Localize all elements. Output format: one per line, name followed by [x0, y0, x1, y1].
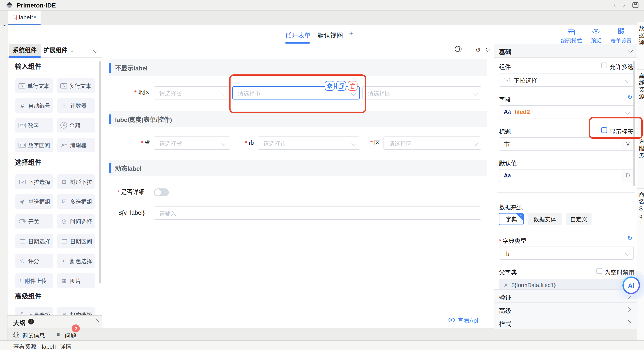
file-tab-label[interactable]: label* ×	[8, 10, 40, 25]
component-type-select[interactable]: 下拉选择	[499, 74, 634, 87]
status-text: 查看资源「label」详情	[13, 342, 71, 350]
palette-item-label: 时间选择	[70, 217, 92, 225]
palette-item-number-range[interactable]: 1~3 数字区间	[15, 138, 53, 152]
palette-item-auto-number[interactable]: # 自动编号	[15, 98, 53, 113]
debug-info-button[interactable]: 调试信息	[22, 331, 45, 340]
palette-item-color-picker[interactable]: ◐ 颜色选择	[57, 254, 95, 268]
palette-item-editor[interactable]: A≡ 编辑器	[57, 138, 95, 152]
section-title: label宽度(表单/控件)	[115, 115, 172, 124]
chevron-down-icon[interactable]	[93, 48, 98, 53]
chevron-down-icon	[628, 48, 634, 53]
palette-item-attachment-upload[interactable]: ↑ 附件上传	[15, 273, 53, 288]
tab-default-view[interactable]: 默认视图	[317, 30, 343, 40]
add-view-button[interactable]: +	[349, 29, 353, 37]
section-title-select: 选择组件	[15, 157, 42, 167]
history-back-icon[interactable]: ‹	[614, 1, 616, 8]
palette-item-date-range[interactable]: 日期区间	[57, 234, 95, 248]
dict-type-select[interactable]: 市	[499, 247, 634, 260]
district-placeholder: 请选择区	[368, 89, 390, 97]
palette-item-date-picker[interactable]: 日期选择	[15, 234, 53, 248]
title-addon-button[interactable]: V	[622, 138, 634, 150]
palette-color-icon: ◐	[60, 258, 68, 264]
clear-icon[interactable]: ×	[504, 281, 508, 289]
city-placeholder: 请选择市	[263, 139, 286, 147]
dropdown-select-icon	[19, 179, 25, 184]
tab-custom[interactable]: 自定义	[566, 213, 592, 225]
palette-item-dropdown-select[interactable]: 下拉选择	[15, 174, 53, 189]
chevron-down-icon	[222, 141, 226, 146]
section-header-label-width: label宽度(表单/控件)	[109, 111, 487, 127]
view-api-link[interactable]: 查看Api	[448, 316, 478, 325]
tab-data-source[interactable]: 数据源	[638, 25, 644, 46]
history-forward-icon[interactable]: ›	[623, 1, 625, 8]
palette-item-label: 人员选择	[28, 310, 50, 315]
palette-item-single-line-text[interactable]: A 单行文本	[15, 78, 53, 93]
refresh-icon[interactable]: ↻	[627, 93, 632, 100]
province-select[interactable]: 请选择省	[154, 86, 230, 100]
tab-data-entity[interactable]: 数据实体	[528, 213, 562, 225]
tab-system-components[interactable]: 系统组件	[9, 44, 40, 57]
palette-item-rating[interactable]: ☆ 评分	[15, 254, 53, 268]
tab-extended-components[interactable]: 扩展组件	[44, 44, 68, 57]
province-select-2[interactable]: 请选择省	[154, 137, 230, 150]
district-select-2[interactable]: 请选择区	[384, 137, 481, 150]
palette-item-counter[interactable]: ± 计数器	[57, 98, 95, 113]
outline-tree-icon[interactable]: ≡	[466, 46, 469, 53]
title-input[interactable]: 市 V	[499, 137, 634, 151]
refresh-icon[interactable]: ↻	[627, 235, 632, 242]
problems-button[interactable]: 问题	[65, 331, 76, 340]
default-addon-button[interactable]: D	[622, 170, 634, 182]
tab-named-sql[interactable]: 命名Sql	[638, 192, 644, 228]
palette-item-image[interactable]: ▦ 图片	[57, 273, 95, 288]
tab-dictionary-active[interactable]: 字典	[499, 213, 524, 225]
dynamic-label-input[interactable]: 请输入	[154, 206, 481, 220]
multi-select-checkbox[interactable]	[601, 62, 607, 68]
detail-toggle[interactable]	[154, 188, 169, 196]
section-advanced[interactable]: 高级	[494, 303, 637, 316]
palette-item-checkbox-group[interactable]: ☑ 多选框组	[57, 194, 95, 209]
input-placeholder: 请输入	[159, 209, 176, 217]
tab-offline-resource[interactable]: 离线资源	[638, 73, 644, 100]
palette-item-tree-dropdown[interactable]: ⊞ 树形下拉	[57, 174, 95, 189]
palette-item-org-select[interactable]: 品 机构选择	[57, 307, 95, 315]
palette-item-switch[interactable]: 开关	[15, 214, 53, 228]
tab-custom-label: 自定义	[570, 215, 587, 223]
section-validate[interactable]: 验证	[494, 289, 637, 303]
parent-dict-label: 父字典	[499, 268, 517, 276]
outline-bar[interactable]: 大纲 i	[8, 315, 102, 328]
preview-button[interactable]: 预览	[582, 27, 610, 44]
disable-when-empty-checkbox[interactable]	[596, 268, 602, 274]
field-select[interactable]: Aa filed2	[499, 105, 634, 118]
palette-item-radio-group[interactable]: ◉ 单选框组	[15, 194, 53, 209]
palette-item-person-select[interactable]: 人员选择	[15, 307, 53, 315]
style-label: 样式	[499, 319, 511, 328]
ai-assistant-button[interactable]: Ai	[622, 276, 640, 294]
city-select-2[interactable]: 请选择市	[258, 137, 360, 150]
default-value-input[interactable]: Aa D	[499, 169, 634, 182]
form-settings-button[interactable]: 表单设置	[607, 27, 635, 44]
preview-label: 预览	[582, 36, 610, 44]
palette-scrollbar[interactable]	[99, 61, 102, 284]
i18n-globe-icon[interactable]	[455, 46, 462, 54]
view-tab-bar: 低开表单 默认视图 + </> 编码模式 预览 表单设置	[8, 25, 637, 44]
palette-item-time-picker[interactable]: ◷ 时间选择	[57, 214, 95, 228]
info-icon[interactable]: i	[28, 319, 34, 325]
palette-sort-icon[interactable]: ≡	[70, 48, 74, 53]
district-select[interactable]: 请选择区	[362, 86, 481, 100]
palette-item-number[interactable]: 123 数字	[15, 118, 53, 133]
palette-item-multi-line-text[interactable]: A 多行文本	[57, 78, 95, 93]
palette-item-amount[interactable]: ¥ 金额	[57, 118, 95, 133]
section-style[interactable]: 样式	[494, 316, 637, 329]
undo-icon[interactable]: ↺	[476, 46, 481, 53]
status-bar: 查看资源「label」详情	[0, 340, 644, 350]
save-icon[interactable]	[632, 2, 639, 8]
redo-icon[interactable]: ↻	[485, 46, 490, 53]
tree-dropdown-icon: ⊞	[60, 178, 68, 185]
inspector-header-basic[interactable]: 基础	[494, 44, 637, 58]
close-icon[interactable]: ×	[33, 14, 36, 20]
data-source-label: 数据来源	[499, 202, 523, 211]
tab-low-code-form[interactable]: 低开表单	[285, 30, 311, 40]
code-mode-button[interactable]: </> 编码模式	[557, 27, 585, 44]
dict-type-label: 字典类型	[499, 236, 526, 245]
divider	[638, 188, 644, 189]
